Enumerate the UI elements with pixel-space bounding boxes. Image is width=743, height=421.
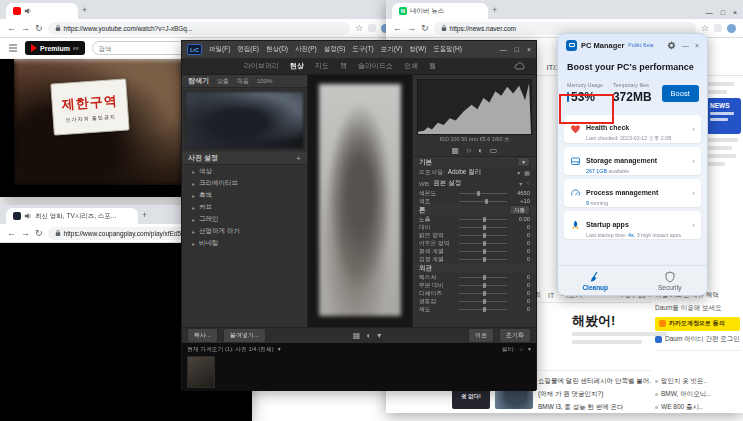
new-tab-button[interactable]: + (142, 211, 147, 220)
filmstrip-source-text[interactable]: 현재 가져오기 (1): 사진 1/4 (전체) (187, 345, 274, 354)
profile-value[interactable]: Adobe 컬러 (448, 168, 482, 177)
filmstrip-thumbnail[interactable] (187, 356, 215, 388)
redeye-tool-icon[interactable]: ▭ (490, 146, 498, 155)
sidebar-headline[interactable]: WE 800 출시.. (655, 403, 740, 412)
cloud-sync-icon[interactable] (514, 62, 526, 70)
settings-gear-icon[interactable] (667, 41, 676, 50)
article-caption[interactable]: (아재 가 뭔 댓글인지?) (538, 390, 651, 399)
preset-group-color[interactable]: ▸색상 (182, 165, 307, 177)
slider-knob[interactable] (483, 233, 486, 238)
minimize-icon[interactable]: — (682, 42, 689, 49)
slider-blacks[interactable]: 검정 계열0 (413, 255, 536, 263)
refresh-icon[interactable]: ↻ (35, 229, 43, 238)
preset-group-grain[interactable]: ▸그레인 (182, 213, 307, 225)
article-caption[interactable]: 쇼핑몰에 달린 센터페시아 안쪽벨 붙어.. (538, 377, 651, 386)
module-map[interactable]: 지도 (315, 61, 329, 71)
menu-view[interactable]: 보기(V) (381, 45, 403, 54)
sidebar-ad-line[interactable]: Daum을 이용해 보세요 (655, 304, 740, 313)
profile-dropdown-icon[interactable]: ▾ (517, 169, 520, 176)
lightroom-title-bar[interactable]: LrC 파일(F) 편집(E) 현상(D) 사진(P) 설정(S) 도구(T) … (182, 41, 536, 58)
navigator-preview[interactable] (185, 91, 304, 149)
slider-saturation[interactable]: 채도0 (413, 305, 536, 313)
preset-group-creative[interactable]: ▸크리에이티브 (182, 177, 307, 189)
menu-file[interactable]: 파일(F) (209, 45, 230, 54)
reset-button[interactable]: 초기화 (499, 328, 531, 343)
slider-knob[interactable] (483, 291, 486, 296)
maximize-icon[interactable]: □ (515, 46, 519, 53)
tab-security[interactable]: Security (633, 266, 708, 295)
slider-track[interactable] (459, 285, 507, 286)
article-caption[interactable]: BMW i3, 롱 성능 한 번에 온다 (538, 403, 651, 412)
menu-develop[interactable]: 현상(D) (266, 45, 288, 54)
ad-headline[interactable]: 해봤어! (572, 312, 615, 330)
coupang-tab[interactable]: 최신 영화, TV시리즈, 스포... (6, 208, 138, 224)
preset-group-sharpen[interactable]: ▸선명하게 하기 (182, 225, 307, 237)
histogram[interactable] (417, 79, 532, 135)
slider-track[interactable] (459, 251, 507, 252)
slider-knob[interactable] (483, 225, 486, 230)
slider-track[interactable] (459, 293, 507, 294)
extensions-icon[interactable] (714, 24, 722, 32)
slider-track[interactable] (459, 227, 507, 228)
module-slideshow[interactable]: 슬라이드쇼 (358, 61, 393, 71)
basic-panel-header[interactable]: 기본 ▾ (413, 157, 536, 167)
slider-knob[interactable] (483, 241, 486, 246)
add-preset-icon[interactable]: + (296, 154, 301, 163)
wb-dropdown-icon[interactable]: ▾ (519, 180, 522, 187)
slider-knob[interactable] (483, 257, 486, 262)
module-library[interactable]: 라이브러리 (244, 61, 279, 71)
filmstrip-dropdown-icon[interactable]: ▾ (278, 346, 281, 352)
card-storage-management[interactable]: Storage management 267.1GB available › (564, 147, 701, 175)
card-startup-apps[interactable]: Startup apps Last startup time: 4s, 3 hi… (564, 211, 701, 239)
refresh-icon[interactable]: ↻ (35, 24, 43, 33)
back-icon[interactable]: ← (393, 24, 402, 33)
close-icon[interactable]: × (733, 9, 737, 16)
bookmark-star-icon[interactable]: ☆ (355, 24, 363, 33)
boost-button[interactable]: Boost (662, 85, 699, 102)
navigator-header[interactable]: 탐색기 맞춤 채움 100% (182, 75, 307, 88)
menu-help[interactable]: 도움말(H) (433, 45, 462, 54)
slider-knob[interactable] (483, 249, 486, 254)
slider-knob[interactable] (483, 299, 486, 304)
profile-avatar[interactable] (727, 24, 736, 33)
preset-group-bw[interactable]: ▸흑백 (182, 189, 307, 201)
pc-manager-title-bar[interactable]: PC Manager Public Beta — × (558, 34, 707, 56)
previous-button[interactable]: 이전 (468, 328, 494, 343)
healing-tool-icon[interactable]: ○ (466, 146, 471, 155)
compare-view-icon[interactable]: ◐ (366, 331, 371, 340)
slider-knob[interactable] (483, 217, 486, 222)
youtube-tab-bar[interactable]: + (0, 0, 397, 19)
slider-track[interactable] (459, 301, 507, 302)
zoom-fill[interactable]: 채움 (237, 77, 249, 86)
edited-photo[interactable] (318, 83, 402, 317)
extensions-icon[interactable] (368, 24, 376, 32)
slider-tint[interactable]: 색조+10 (413, 197, 536, 205)
auto-button[interactable]: 자동 (509, 205, 530, 215)
naver-tab[interactable]: N 네이버 뉴스 (392, 3, 488, 19)
sidebar-headline[interactable]: 말인지 옷 벗은.. (655, 377, 740, 386)
wb-value[interactable]: 원본 설정 (433, 179, 461, 188)
loupe-view-icon[interactable]: ▦ (353, 331, 361, 340)
module-develop[interactable]: 현상 (290, 61, 304, 71)
menu-photo[interactable]: 사진(P) (295, 45, 317, 54)
menu-tools[interactable]: 도구(T) (352, 45, 373, 54)
lightroom-canvas[interactable] (308, 75, 412, 327)
rail-ad-banner[interactable]: NEWS (706, 98, 741, 134)
panel-toggle-icon[interactable]: ▾ (517, 157, 530, 167)
module-book[interactable]: 책 (340, 61, 347, 71)
slider-track[interactable] (459, 259, 507, 260)
slider-knob[interactable] (485, 199, 488, 204)
daum-login-item[interactable]: Daum 아이디 간편 로그인 (655, 335, 740, 344)
refresh-icon[interactable]: ↻ (421, 24, 429, 33)
slider-track[interactable] (459, 219, 507, 220)
module-print[interactable]: 인쇄 (404, 61, 418, 71)
slider-track[interactable] (459, 243, 507, 244)
copy-button[interactable]: 복사... (187, 328, 218, 343)
close-icon[interactable]: × (695, 42, 699, 49)
menu-edit[interactable]: 편집(E) (237, 45, 259, 54)
youtube-tab[interactable] (6, 3, 78, 19)
tab-cleanup[interactable]: Cleanup (558, 266, 633, 295)
sidebar-headline[interactable]: BMW, 아이오닉.. (655, 390, 740, 399)
menu-window[interactable]: 창(W) (409, 45, 426, 54)
paste-button[interactable]: 붙여넣기... (223, 328, 266, 343)
